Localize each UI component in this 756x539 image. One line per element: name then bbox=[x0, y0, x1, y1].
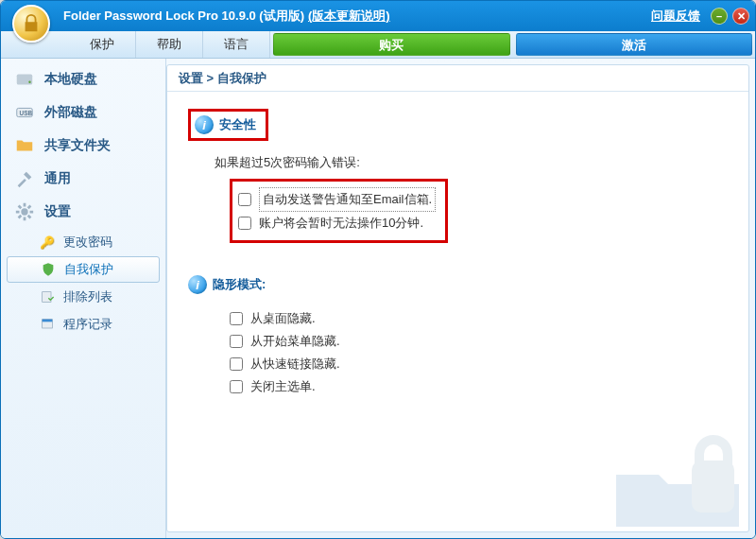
sidebar-sub-change-password[interactable]: 🔑 更改密码 bbox=[7, 229, 160, 255]
content-panel: 设置 > 自我保护 i 安全性 如果超过5次密码输入错误: 自动发送警告通知至E… bbox=[166, 64, 749, 532]
svg-point-4 bbox=[21, 208, 27, 215]
stealth-heading: i 隐形模式: bbox=[188, 275, 266, 294]
sidebar-item-settings[interactable]: 设置 bbox=[7, 196, 160, 228]
breadcrumb: 设置 > 自我保护 bbox=[167, 65, 748, 92]
checkbox-hide-quicklaunch[interactable]: 从快速链接隐藏. bbox=[230, 353, 728, 375]
menu-language[interactable]: 语言 bbox=[203, 31, 270, 58]
checkbox-hide-desktop[interactable]: 从桌面隐藏. bbox=[230, 307, 728, 330]
app-window: Folder Password Lock Pro 10.9.0 (试用版) (版… bbox=[0, 0, 756, 539]
shield-icon bbox=[40, 261, 57, 278]
sidebar-sub-program-log[interactable]: 程序记录 bbox=[7, 311, 160, 338]
sidebar: 本地硬盘 USB 外部磁盘 共享文件夹 通用 bbox=[1, 59, 166, 538]
folder-share-icon bbox=[14, 135, 35, 156]
checkbox-label: 账户将会暂时无法操作10分钟. bbox=[259, 212, 423, 235]
sidebar-item-external-disk[interactable]: USB 外部磁盘 bbox=[7, 96, 160, 129]
security-group-label: 如果超过5次密码输入错误: bbox=[215, 154, 728, 171]
checkbox-input[interactable] bbox=[238, 217, 251, 230]
checkbox-input[interactable] bbox=[230, 380, 243, 393]
minimize-button[interactable]: – bbox=[711, 8, 728, 25]
app-logo-icon bbox=[12, 5, 50, 43]
sidebar-item-shared-folder[interactable]: 共享文件夹 bbox=[7, 130, 160, 162]
checkbox-lock-account[interactable]: 账户将会暂时无法操作10分钟. bbox=[238, 212, 436, 235]
security-heading-text: 安全性 bbox=[219, 116, 256, 133]
checkbox-hide-startmenu[interactable]: 从开始菜单隐藏. bbox=[230, 330, 728, 353]
sidebar-item-local-disk[interactable]: 本地硬盘 bbox=[7, 63, 160, 96]
sidebar-label: 通用 bbox=[44, 170, 71, 187]
stealth-options: 从桌面隐藏. 从开始菜单隐藏. 从快速链接隐藏. 关闭主选单. bbox=[230, 307, 728, 398]
settings-pane: i 安全性 如果超过5次密码输入错误: 自动发送警告通知至Email信箱. 账户… bbox=[167, 92, 748, 408]
checkbox-label: 从开始菜单隐藏. bbox=[250, 330, 340, 353]
sidebar-item-general[interactable]: 通用 bbox=[7, 163, 160, 195]
checkbox-input[interactable] bbox=[230, 312, 243, 325]
sidebar-sub-label: 程序记录 bbox=[63, 316, 112, 333]
menu-protect[interactable]: 保护 bbox=[69, 31, 136, 58]
sidebar-sub-label: 更改密码 bbox=[63, 234, 112, 251]
security-options: 自动发送警告通知至Email信箱. 账户将会暂时无法操作10分钟. bbox=[230, 179, 448, 243]
activate-button[interactable]: 激活 bbox=[516, 33, 753, 56]
menubar: 保护 帮助 语言 购买 激活 bbox=[1, 31, 755, 59]
info-icon: i bbox=[195, 115, 214, 134]
checkbox-input[interactable] bbox=[238, 193, 251, 206]
hdd-icon bbox=[14, 69, 35, 90]
log-icon bbox=[39, 316, 56, 333]
checkbox-input[interactable] bbox=[230, 357, 243, 371]
svg-rect-7 bbox=[43, 320, 53, 322]
window-title: Folder Password Lock Pro 10.9.0 (试用版) bbox=[63, 8, 304, 25]
checkbox-close-mainmenu[interactable]: 关闭主选单. bbox=[230, 375, 728, 398]
tools-icon bbox=[14, 168, 35, 189]
sidebar-label: 外部磁盘 bbox=[44, 104, 97, 121]
checkbox-input[interactable] bbox=[230, 335, 243, 348]
sidebar-sub-self-protect[interactable]: 自我保护 bbox=[7, 256, 160, 283]
sidebar-sub-label: 排除列表 bbox=[63, 288, 112, 305]
titlebar: Folder Password Lock Pro 10.9.0 (试用版) (版… bbox=[1, 1, 755, 31]
close-button[interactable]: ✕ bbox=[732, 8, 749, 25]
update-notes-link[interactable]: (版本更新说明) bbox=[308, 8, 390, 25]
svg-text:USB: USB bbox=[20, 110, 33, 116]
security-heading: i 安全性 bbox=[188, 109, 268, 141]
usb-icon: USB bbox=[14, 102, 35, 123]
list-icon bbox=[39, 288, 56, 305]
sidebar-sub-exclusion-list[interactable]: 排除列表 bbox=[7, 284, 160, 310]
checkbox-label: 自动发送警告通知至Email信箱. bbox=[259, 187, 436, 212]
checkbox-label: 关闭主选单. bbox=[250, 375, 316, 398]
buy-button[interactable]: 购买 bbox=[273, 33, 510, 56]
checkbox-label: 从快速链接隐藏. bbox=[250, 353, 340, 375]
stealth-heading-text: 隐形模式: bbox=[213, 276, 266, 293]
sidebar-label: 共享文件夹 bbox=[44, 137, 111, 154]
key-icon: 🔑 bbox=[39, 234, 56, 251]
feedback-link[interactable]: 问题反馈 bbox=[651, 8, 700, 25]
body: 本地硬盘 USB 外部磁盘 共享文件夹 通用 bbox=[1, 59, 755, 538]
watermark-icon bbox=[607, 427, 748, 531]
menu-help[interactable]: 帮助 bbox=[136, 31, 203, 58]
sidebar-sub-label: 自我保护 bbox=[64, 261, 113, 278]
sidebar-label: 设置 bbox=[44, 203, 71, 220]
info-icon: i bbox=[188, 275, 207, 294]
svg-point-1 bbox=[28, 81, 30, 83]
checkbox-email-alert[interactable]: 自动发送警告通知至Email信箱. bbox=[238, 187, 436, 212]
sidebar-label: 本地硬盘 bbox=[44, 71, 97, 88]
svg-rect-8 bbox=[692, 461, 734, 513]
checkbox-label: 从桌面隐藏. bbox=[250, 307, 316, 330]
svg-rect-5 bbox=[43, 292, 51, 303]
gear-icon bbox=[14, 201, 35, 222]
